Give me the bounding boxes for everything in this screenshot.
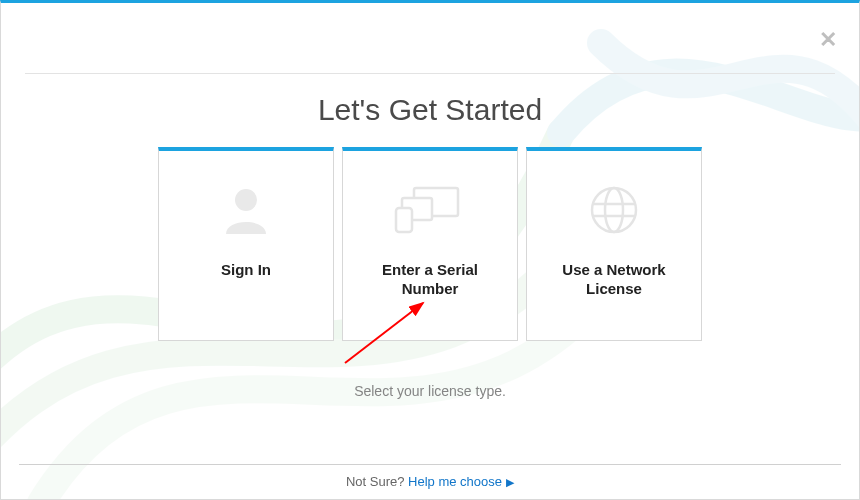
close-button[interactable]: ✕ <box>819 29 837 51</box>
help-me-choose-link[interactable]: Help me choose <box>408 474 502 489</box>
activation-window: ✕ Let's Get Started Sign In <box>0 0 860 500</box>
card-sign-in[interactable]: Sign In <box>158 147 334 341</box>
helper-text: Select your license type. <box>1 383 859 399</box>
chevron-right-icon: ▶ <box>506 476 514 488</box>
footer-prefix: Not Sure? <box>346 474 408 489</box>
close-icon: ✕ <box>819 27 837 52</box>
svg-point-0 <box>235 189 257 211</box>
card-network-license[interactable]: Use a Network License <box>526 147 702 341</box>
globe-network-icon <box>586 177 642 243</box>
card-title: Enter a Serial Number <box>343 261 517 299</box>
license-options: Sign In Enter a Serial Number <box>1 147 859 341</box>
card-serial-number[interactable]: Enter a Serial Number <box>342 147 518 341</box>
card-title: Sign In <box>211 261 281 280</box>
svg-point-5 <box>605 188 623 232</box>
page-title: Let's Get Started <box>1 93 859 127</box>
person-icon <box>218 177 274 243</box>
divider-bottom <box>19 464 841 465</box>
devices-icon <box>394 177 466 243</box>
svg-point-4 <box>592 188 636 232</box>
svg-rect-3 <box>396 208 412 232</box>
divider-top <box>25 73 835 74</box>
footer: Not Sure? Help me choose▶ <box>1 474 859 489</box>
card-title: Use a Network License <box>527 261 701 299</box>
